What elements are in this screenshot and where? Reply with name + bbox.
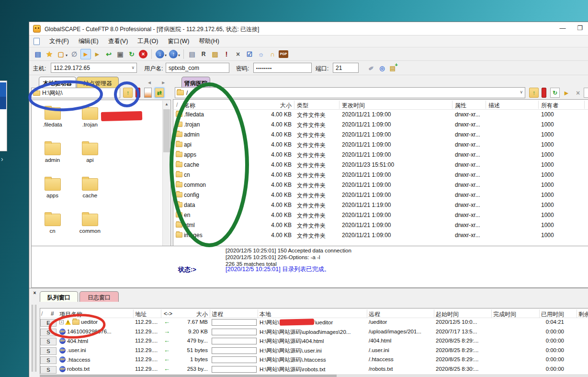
remote-file-row[interactable]: config 4.00 KB 文件文件夹 2020/11/21 1:09:00 … [173,190,588,200]
remote-file-row[interactable]: api 4.00 KB 文件文件夹 2020/11/21 1:09:00 drw… [173,140,588,150]
pgp-icon[interactable]: PGP [279,50,288,58]
new-folder-icon[interactable]: ▨ [210,49,220,59]
column-size[interactable]: 大小 [233,102,292,110]
column-type[interactable]: 类型 [297,102,308,110]
queue-status-button[interactable]: S [40,356,57,364]
maximize-button[interactable]: ❐ [573,24,587,34]
chevron-down-icon[interactable]: ∨ [520,90,523,94]
local-stop-icon[interactable] [136,88,140,98]
queue-row[interactable]: S SKIP 1461009298676... 112.29.... → 9.2… [40,328,588,337]
username-field[interactable]: sptxsb_com [166,63,229,73]
column-name[interactable]: 名称 [184,102,195,110]
column-slash[interactable]: / [41,310,43,317]
properties-icon[interactable]: ☑ [244,49,255,59]
remote-file-row[interactable]: html 4.00 KB 文件文件夹 2020/11/21 1:09:00 dr… [173,220,588,230]
remote-refresh-icon[interactable]: ↻ [550,88,560,98]
menu-item[interactable]: 窗口(W) [163,36,194,47]
tab-local-drive[interactable]: 本地驱动器 [39,77,76,88]
queue-row[interactable]: S SKIP .htaccess 112.29.... ← 1 bytes 10… [40,355,588,365]
local-folder-item[interactable]: apps [34,176,70,211]
execute-icon[interactable]: ! [221,49,232,59]
disconnect-plug-icon[interactable]: ✏ [367,64,375,72]
menu-item[interactable]: 查看(V) [103,36,133,47]
local-path-combo[interactable]: H:\网站\ ∨ [31,88,120,98]
queue-row[interactable]: S SKIP .user.ini 112.29.... ← 51 bytes 1… [40,346,588,356]
close-icon[interactable]: × [32,290,38,297]
password-field[interactable]: •••••••• [253,63,312,73]
tab-site-manager[interactable]: 站点管理器 [77,77,119,88]
remote-stop-icon[interactable] [542,88,546,98]
column-finish[interactable]: 完成时间 [493,310,516,319]
local-folder-item[interactable]: .filedata [34,105,70,140]
column-attrs[interactable]: 属性 [455,102,466,110]
remote-file-row[interactable]: data 4.00 KB 文件文件夹 2020/11/21 1:19:00 dr… [173,200,588,210]
tab-queue-window[interactable]: 队列窗口 [40,291,78,302]
queue-status-button[interactable]: S [40,329,57,336]
download-icon[interactable]: ↓ [156,50,164,58]
new-site-icon[interactable]: ▢ [56,49,66,59]
delete-icon[interactable]: × [233,49,243,59]
menu-item[interactable]: 工具(O) [133,36,163,47]
local-folder-item[interactable]: common [72,211,108,247]
remote-file-row[interactable]: common 4.00 KB 文件文件夹 2020/11/21 1:09:00 … [173,180,588,190]
column-remote[interactable]: 远程 [369,310,380,319]
local-folder-item[interactable]: api [72,140,108,176]
pane-grip[interactable] [32,305,33,372]
url-clipboard-icon[interactable]: ▣ [115,49,125,59]
tab-log-window[interactable]: 日志窗口 [79,291,119,302]
dropdown-caret-icon[interactable]: ▾ [178,53,180,57]
settings-icon[interactable]: ☼ [256,49,266,59]
remote-file-row[interactable]: .filedata 4.00 KB 文件文件夹 2020/11/21 1:09:… [173,110,588,120]
column-elapsed[interactable]: 已用时间 [541,310,564,319]
host-combo[interactable]: 112.29.172.65∨ [51,63,137,73]
column-num[interactable]: # [51,310,54,317]
pointer-options-icon[interactable]: ► [92,49,102,59]
local-folder-item[interactable]: cn [34,211,70,247]
menu-item[interactable]: 文件(F) [45,36,74,47]
remote-file-row[interactable]: .trojan 4.00 KB 文件文件夹 2020/11/21 1:09:00… [173,120,588,130]
local-folder-item[interactable]: admin [34,140,70,176]
local-filter-icon[interactable] [144,88,152,98]
column-owner[interactable]: 所有者 [541,102,558,110]
local-folder-item[interactable]: .trojan [72,105,108,140]
queue-row[interactable]: S SKIP robots.txt 112.29.... ← 253 by...… [40,365,588,375]
transfer-back-icon[interactable]: ↩ [103,49,114,59]
queue-status-button[interactable]: E [40,319,57,327]
queue-status-button[interactable]: S [40,347,57,355]
quick-connect-icon[interactable]: ▤ [388,64,397,72]
settings-ring-icon[interactable]: ◎ [378,64,386,72]
column-address[interactable]: 地址 [135,310,147,319]
select-pointer-icon[interactable]: ► [80,49,91,59]
connection-wizard-icon[interactable]: ★ [44,49,55,59]
column-modified[interactable]: 更改时间 [342,102,365,110]
remote-file-row[interactable]: images 4.00 KB 文件文件夹 2020/11/21 1:09:00 … [173,230,588,240]
remote-folder-up-icon[interactable]: ↑ [529,88,539,98]
column-item[interactable]: 项目名称 [59,310,82,319]
stop-icon[interactable]: × [139,50,147,58]
remote-transfer-pointer-icon[interactable]: ► [562,88,571,98]
scroll-thumb[interactable] [40,375,337,377]
remote-file-row[interactable]: cache 4.00 KB 文件文件夹 2020/11/23 15:51:00 … [173,160,588,170]
queue-row[interactable]: E + ueditor 112.29.... ← 7.67 MB 99% [40,318,588,328]
column-slash[interactable]: / [176,102,178,108]
upload-icon[interactable]: ↑ [169,50,178,58]
remote-file-row[interactable]: cn 4.00 KB 文件文件夹 2020/11/21 1:09:00 drwx… [173,170,588,180]
scroll-up-arrow[interactable]: ▲ [163,101,170,108]
remote-file-row[interactable]: admin 4.00 KB 文件文件夹 2020/11/21 1:09:00 d… [173,130,588,140]
queue-row[interactable]: S SKIP 404.html 112.29.... ← 479 by... 1… [40,337,588,346]
remote-partial-icon[interactable] [584,88,588,98]
remote-path-combo[interactable]: / ∨ [175,87,525,98]
scroll-thumb[interactable] [163,109,170,152]
column-local[interactable]: 本地 [260,310,271,319]
expand-box-icon[interactable]: + [59,320,64,324]
local-folder-item[interactable]: cache [72,176,108,211]
remote-delete-icon[interactable]: × [573,88,583,98]
dropdown-caret-icon[interactable]: ▾ [165,53,167,57]
queue-hscrollbar[interactable] [40,374,588,377]
help-icon[interactable]: ∩ [267,49,278,59]
tab-scroll-arrows[interactable]: ◂ ▸ [148,79,170,86]
pane-grip[interactable] [35,305,36,372]
column-start[interactable]: 起始时间 [436,310,459,319]
column-progress[interactable]: 进程 [212,310,223,319]
menu-item[interactable]: 编辑(E) [74,36,103,47]
